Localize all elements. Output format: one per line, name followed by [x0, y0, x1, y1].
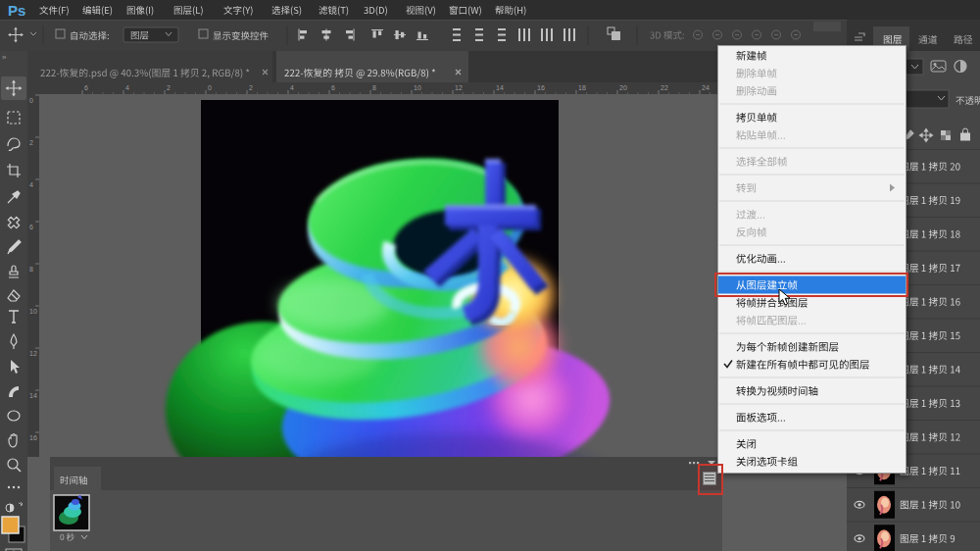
svg-text:14: 14	[29, 392, 37, 399]
svg-text:18: 18	[578, 84, 586, 91]
svg-text:12: 12	[455, 84, 463, 91]
svg-text:4: 4	[29, 181, 33, 188]
svg-text:2: 2	[167, 84, 171, 91]
svg-text:24: 24	[702, 84, 710, 91]
svg-text:8: 8	[29, 266, 33, 273]
svg-text:12: 12	[29, 350, 37, 357]
svg-text:0: 0	[29, 97, 33, 104]
svg-text:2: 2	[249, 84, 253, 91]
svg-text:»: »	[2, 53, 7, 62]
svg-text:10: 10	[414, 84, 421, 91]
svg-text:22: 22	[661, 84, 668, 91]
svg-text:6: 6	[29, 224, 33, 230]
svg-text:6: 6	[331, 84, 335, 91]
svg-text:Ps: Ps	[8, 2, 25, 19]
svg-text:0: 0	[208, 84, 212, 91]
svg-text:20: 20	[619, 84, 627, 91]
svg-text:4: 4	[125, 84, 129, 91]
svg-text:4: 4	[290, 84, 294, 91]
svg-text:14: 14	[496, 84, 504, 91]
svg-text:16: 16	[29, 434, 37, 441]
svg-text:16: 16	[537, 84, 545, 91]
svg-text:8: 8	[372, 84, 376, 91]
svg-text:2: 2	[29, 139, 33, 146]
svg-text:6: 6	[84, 84, 88, 91]
svg-text:10: 10	[29, 308, 37, 315]
